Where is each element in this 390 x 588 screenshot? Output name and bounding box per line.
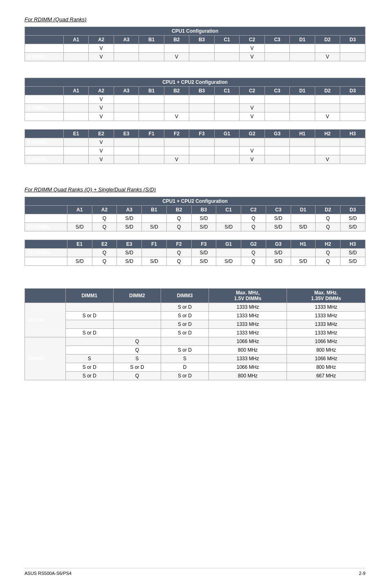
- section3-title: For RDIMM Quad Ranks (Q) + Single/Dual R…: [25, 186, 365, 193]
- table-row: 2 DIMMs V V: [25, 44, 365, 53]
- footer-right: 2-9: [359, 571, 365, 576]
- table-row: S or D S or D D 1066 MHz 800 MHz: [25, 363, 365, 372]
- table-row: UDIMM S or D 1333 MHz 1333 MHz: [25, 303, 365, 312]
- section1-title: For RDIMM (Quad Ranks): [25, 16, 365, 22]
- table-row: 16 DIMMs QS/D QS/D QS/D QS/D: [25, 249, 365, 257]
- cpu1-config-table: CPU1 Configuration A1 A2 A3 B1 B2 B3 C1 …: [25, 27, 365, 61]
- table-row: 2 DIMMs V: [25, 95, 365, 104]
- table-row: 16 DIMMs QS/D QS/D QS/D QS/D: [25, 214, 365, 223]
- cpu12-config-table-2: CPU1 + CPU2 Configuration A1A2A3 B1B2B3 …: [25, 197, 365, 231]
- cpu1-config-header: CPU1 Configuration: [25, 27, 365, 36]
- table-row: 8 DIMMs V V V V: [25, 155, 365, 164]
- cpu12-config-header-1: CPU1 + CPU2 Configuration: [25, 78, 365, 87]
- table-row: Q S or D 800 MHz 800 MHz: [25, 346, 365, 355]
- table-row: S or D S or D 1333 MHz 1333 MHz: [25, 329, 365, 337]
- table-row: S or D 1333 MHz 1333 MHz: [25, 320, 365, 329]
- mhz-config-table: DIMM1 DIMM2 DIMM3 Max. MHz,1.5V DIMMs Ma…: [25, 288, 365, 380]
- table-row: 2 DIMMs V: [25, 138, 365, 147]
- table-row: 24 DIMMs S/DQS/D S/DQS/D S/DQS/D S/DQS/D: [25, 223, 365, 231]
- table-row: S S S 1333 MHz 1066 MHz: [25, 355, 365, 363]
- table-row: 4 DIMMs V V: [25, 147, 365, 155]
- table-row: 24 DIMMs S/DQS/D S/DQS/D S/DQS/D S/DQS/D: [25, 257, 365, 266]
- cpu12-config-table-1: CPU1 + CPU2 Configuration A1A2A3 B1B2B3 …: [25, 78, 365, 121]
- table-row: RDIMM Q 1066 MHz 1066 MHz: [25, 337, 365, 346]
- table-row: 4 DIMMs V V: [25, 104, 365, 112]
- table-row: 8 DIMMs V V V V: [25, 112, 365, 121]
- table-row: S or D Q S or D 800 MHz 667 MHz: [25, 372, 365, 380]
- table-row: 4 DIMMs V V V V: [25, 53, 365, 61]
- cpu12-config-table-1b: E1E2E3 F1F2F3 G1G2G3 H1H2H3 2 DIMMs V 4 …: [25, 129, 365, 164]
- footer-left: ASUS RS500A-S6/PS4: [25, 571, 72, 576]
- table-row: S or D S or D 1333 MHz 1333 MHz: [25, 312, 365, 320]
- cpu12-config-header-2: CPU1 + CPU2 Configuration: [25, 197, 365, 206]
- cpu12-config-table-2b: E1E2E3 F1F2F3 G1G2G3 H1H2H3 16 DIMMs QS/…: [25, 240, 365, 266]
